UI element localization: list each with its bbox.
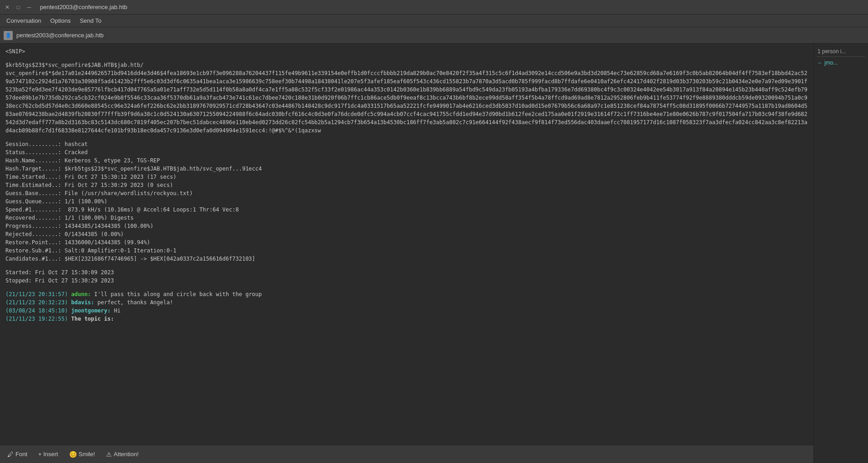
message-line: svc_openfire$*$de17a01e2449626571bd9416d… <box>5 69 808 135</box>
menu-bar: Conversation Options Send To <box>0 15 868 27</box>
message-line: (21/11/23 19:22:55) The topic is: <box>5 315 808 323</box>
maximize-button[interactable]: □ <box>15 4 22 11</box>
message-user: adunn: <box>71 291 95 297</box>
message-line: Progress........: 14344385/14344385 (100… <box>5 222 808 230</box>
message-text: perfect, thanks Angela! <box>97 299 173 306</box>
message-line <box>5 285 808 290</box>
message-line: Restore.Sub.#1..: Salt:0 Amplifier:0-1 I… <box>5 247 808 255</box>
message-text: The topic is: <box>71 316 114 322</box>
message-line: Hash.Target.....: $krb5tgs$23$*svc_openf… <box>5 165 808 173</box>
attention-icon: ⚠ <box>106 451 112 458</box>
smile-button[interactable]: 😊 Smile! <box>66 449 99 460</box>
chat-header: 👤 pentest2003@conference.jab.htb <box>0 27 868 44</box>
message-line: Stopped: Fri Oct 27 15:30:29 2023 <box>5 277 808 285</box>
smile-icon: 😊 <box>69 451 77 458</box>
message-line: Started: Fri Oct 27 15:30:09 2023 <box>5 268 808 277</box>
message-line: Guess.Base......: File (/usr/share/wordl… <box>5 189 808 197</box>
message-line <box>5 135 808 140</box>
message-line: Session.........: hashcat <box>5 140 808 148</box>
main-area: <SNIP> $krb5tgs$23$*svc_openfire$JAB.HTB… <box>0 44 868 463</box>
message-line: Time.Started....: Fri Oct 27 15:30:12 20… <box>5 173 808 181</box>
font-label: Font <box>15 451 27 458</box>
insert-label: + Insert <box>38 451 58 458</box>
smile-label: Smile! <box>79 451 95 458</box>
message-timestamp: (21/11/23 20:32:23) <box>5 299 71 306</box>
message-line: $krb5tgs$23$*svc_openfire$JAB.HTB$jab.ht… <box>5 61 808 69</box>
message-line <box>5 55 808 61</box>
message-line: Guess.Queue.....: 1/1 (100.00%) <box>5 197 808 206</box>
chat-room-name: pentest2003@conference.jab.htb <box>16 32 104 39</box>
message-timestamp: (03/08/24 18:45:10) <box>5 307 71 314</box>
minimize-button[interactable]: ─ <box>25 4 33 11</box>
window-title: pentest2003@conference.jab.htb <box>40 4 127 10</box>
message-line: Candidates.#1...: $HEX[2321686f74746965]… <box>5 255 808 263</box>
message-line: (03/08/24 18:45:10) jmontgomery: Hi <box>5 307 808 315</box>
menu-send-to[interactable]: Send To <box>75 15 106 26</box>
message-line: Rejected........: 0/14344385 (0.00%) <box>5 230 808 238</box>
participant-jmo[interactable]: ← jmo... <box>817 59 865 67</box>
chat-area: <SNIP> $krb5tgs$23$*svc_openfire$JAB.HTB… <box>0 44 813 463</box>
close-button[interactable]: ✕ <box>4 4 11 11</box>
menu-conversation[interactable]: Conversation <box>2 15 46 26</box>
attention-label: Attention! <box>114 451 139 458</box>
menu-options[interactable]: Options <box>46 15 76 26</box>
avatar: 👤 <box>4 31 13 40</box>
message-line: Restore.Point...: 14336000/14344385 (99.… <box>5 238 808 247</box>
participants-header: 1 person i... <box>817 46 865 57</box>
font-icon: 🖊 <box>7 451 14 458</box>
messages-panel[interactable]: <SNIP> $krb5tgs$23$*svc_openfire$JAB.HTB… <box>0 44 813 445</box>
toolbar: 🖊 Font + Insert 😊 Smile! ⚠ Attention! <box>0 445 813 463</box>
title-bar: ✕ □ ─ pentest2003@conference.jab.htb <box>0 0 868 15</box>
message-text: I'll pass this along and circle back wit… <box>94 291 262 297</box>
message-line <box>5 263 808 268</box>
message-line: Status..........: Cracked <box>5 148 808 156</box>
message-text: Hi <box>114 307 120 314</box>
right-panel: 1 person i... ← jmo... <box>813 44 868 463</box>
title-bar-left: ✕ □ ─ pentest2003@conference.jab.htb <box>4 4 127 11</box>
message-line: (21/11/23 20:32:23) bdavis: perfect, tha… <box>5 298 808 307</box>
message-line: Time.Estimated..: Fri Oct 27 15:30:29 20… <box>5 181 808 189</box>
message-line: (21/11/23 20:31:57) adunn: I'll pass thi… <box>5 290 808 298</box>
message-user: bdavis: <box>71 299 98 306</box>
message-user: jmontgomery: <box>71 307 114 314</box>
font-button[interactable]: 🖊 Font <box>4 449 31 460</box>
message-line: Hash.Name.......: Kerberos 5, etype 23, … <box>5 156 808 165</box>
message-line: <SNIP> <box>5 47 808 55</box>
attention-button[interactable]: ⚠ Attention! <box>102 449 142 460</box>
message-timestamp: (21/11/23 19:22:55) <box>5 316 71 322</box>
insert-button[interactable]: + Insert <box>35 449 62 459</box>
message-line: Speed.#1........: 873.9 kH/s (10.16ms) @… <box>5 206 808 214</box>
message-timestamp: (21/11/23 20:31:57) <box>5 291 71 297</box>
message-line: Recovered.......: 1/1 (100.00%) Digests <box>5 214 808 222</box>
